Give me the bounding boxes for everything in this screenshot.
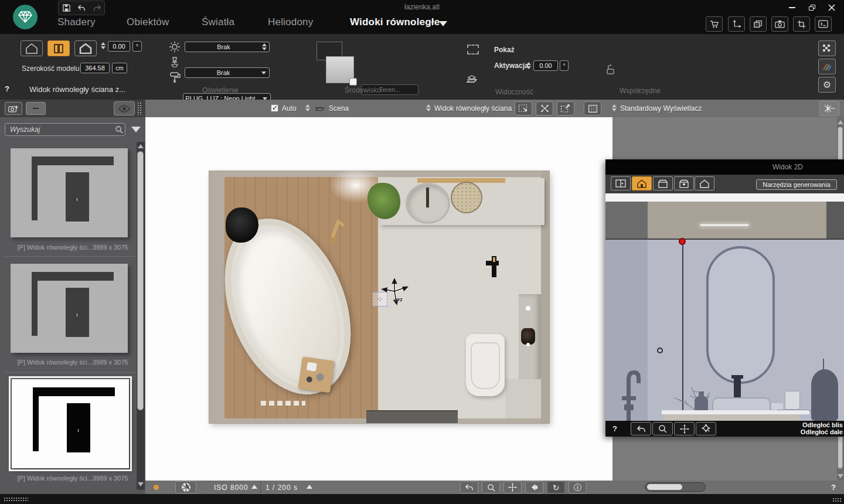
- cabinet-front: [664, 414, 799, 421]
- axes-arrow-icon: [731, 19, 741, 29]
- view-thumbnail-selected[interactable]: [12, 379, 129, 468]
- scroll-up-icon[interactable]: [838, 120, 843, 124]
- model-width-unit[interactable]: cm: [112, 63, 127, 73]
- render-checker-button[interactable]: [818, 40, 836, 56]
- display-stepper[interactable]: [612, 104, 617, 111]
- store-button[interactable]: [706, 16, 723, 32]
- tab-box-view-2[interactable]: [674, 176, 694, 190]
- activation-stepper[interactable]: [526, 62, 531, 69]
- angle-stepper[interactable]: [101, 42, 106, 49]
- redo-icon[interactable]: [93, 4, 101, 12]
- sun-select[interactable]: Brak: [185, 42, 270, 52]
- view-mode-section-button[interactable]: [74, 40, 97, 56]
- scroll-up-icon[interactable]: [138, 144, 144, 148]
- panel-grip[interactable]: [137, 102, 142, 115]
- menu-caret-icon[interactable]: [439, 21, 447, 26]
- pan-button[interactable]: [503, 481, 522, 493]
- sink-faucet: [426, 188, 429, 207]
- activation-angle-field[interactable]: 0.00: [533, 60, 558, 71]
- resize-grip[interactable]: [832, 498, 842, 502]
- terrain-checkbox[interactable]: [349, 78, 357, 86]
- settings-button[interactable]: ⚙: [818, 77, 836, 93]
- remove-view-button[interactable]: [26, 102, 46, 115]
- tab-box-view-1[interactable]: [653, 176, 673, 190]
- quality-slider[interactable]: [645, 482, 706, 492]
- scroll-down-icon[interactable]: [138, 482, 144, 486]
- sidebar-scrollbar[interactable]: [137, 142, 145, 490]
- undo-icon[interactable]: [77, 4, 86, 12]
- elevation-2d-scene[interactable]: [605, 202, 844, 421]
- aperture-button[interactable]: [175, 481, 196, 493]
- sink-faucet-2d: [734, 375, 741, 400]
- scroll-down-icon[interactable]: [838, 474, 843, 478]
- menu-swiatla[interactable]: Światła: [202, 16, 234, 28]
- angle-unit[interactable]: °: [132, 41, 142, 52]
- menu-obiektow[interactable]: Obiektów: [127, 16, 169, 28]
- panel-undo-button[interactable]: [631, 422, 651, 435]
- auto-checkbox[interactable]: [271, 104, 278, 112]
- panel-zoom-extents-button[interactable]: [696, 422, 716, 435]
- view-stepper[interactable]: [426, 104, 431, 111]
- tab-elevation-view-selected[interactable]: [632, 176, 652, 190]
- fit-view-button[interactable]: [515, 101, 532, 115]
- expand-view-button[interactable]: [536, 101, 553, 115]
- menu-widoki-rownolegle[interactable]: Widoki równoległe: [350, 16, 440, 28]
- render-passes-button[interactable]: [818, 59, 836, 74]
- help-button[interactable]: ?: [5, 84, 9, 93]
- lightflare-button[interactable]: [819, 101, 839, 116]
- list-options-caret-icon[interactable]: [131, 127, 141, 132]
- clip-handle-red-dot[interactable]: [679, 238, 686, 245]
- minimize-button[interactable]: [784, 2, 799, 13]
- search-input[interactable]: [5, 123, 125, 136]
- scene-stepper[interactable]: [305, 104, 310, 111]
- divider: [260, 481, 261, 494]
- snapshot-button[interactable]: [771, 16, 788, 32]
- shutter-value[interactable]: 1 / 200 s: [266, 483, 298, 492]
- generation-tools-button[interactable]: Narzędzia generowania: [756, 179, 837, 190]
- move-mode-button[interactable]: [728, 16, 745, 32]
- add-view-button[interactable]: [5, 102, 22, 115]
- angle-field[interactable]: 0.00: [108, 41, 130, 52]
- save-icon[interactable]: [62, 4, 71, 12]
- visibility-eye-button[interactable]: [114, 101, 135, 115]
- menu-shadery[interactable]: Shadery: [57, 16, 96, 28]
- render-canvas[interactable]: ⊹ XYZ: [145, 117, 612, 481]
- texture-view-button[interactable]: [584, 101, 601, 115]
- crop-button[interactable]: [793, 16, 810, 32]
- menu-heliodony[interactable]: Heliodony: [268, 16, 313, 28]
- resize-view-button[interactable]: [557, 101, 574, 115]
- model-width-field[interactable]: 364.58: [80, 63, 110, 73]
- panel-title-bar[interactable]: Widok 2D: [605, 159, 844, 175]
- slider-thumb[interactable]: [647, 484, 682, 490]
- tab-plan-view[interactable]: [611, 176, 631, 190]
- tab-house-outline-view[interactable]: [695, 176, 714, 190]
- iso-increase-icon[interactable]: [251, 485, 257, 489]
- shutter-increase-icon[interactable]: [307, 485, 312, 489]
- bathroom-render[interactable]: ⊹ XYZ: [209, 171, 549, 423]
- restore-button[interactable]: [804, 2, 819, 13]
- app-logo-icon[interactable]: [13, 5, 38, 29]
- view-thumbnail[interactable]: [11, 148, 128, 237]
- coordinates-section-label: Współrzędne: [620, 87, 661, 95]
- iso-value[interactable]: ISO 8000: [214, 483, 249, 492]
- info-button[interactable]: i: [569, 481, 587, 493]
- panel-help-button[interactable]: ?: [612, 424, 617, 433]
- view-thumbnail[interactable]: [11, 264, 128, 353]
- zoom-button[interactable]: [482, 481, 500, 493]
- statusbar-help-button[interactable]: ?: [831, 483, 836, 492]
- close-button[interactable]: [824, 2, 839, 13]
- activation-angle-unit[interactable]: °: [560, 60, 569, 71]
- duplicate-button[interactable]: [750, 16, 767, 32]
- projector-select[interactable]: Brak: [185, 67, 270, 78]
- scrollbar-thumb[interactable]: [137, 151, 144, 410]
- panel-pan-button[interactable]: [674, 422, 695, 435]
- view-mode-elevation-button[interactable]: [21, 40, 43, 56]
- camera-marker-circle[interactable]: [657, 348, 663, 353]
- view-mode-parallel-button[interactable]: [47, 40, 70, 56]
- refresh-button[interactable]: ↻: [547, 481, 565, 493]
- projector-view-button[interactable]: [525, 481, 543, 493]
- console-button[interactable]: [815, 16, 832, 32]
- undo-view-button[interactable]: [460, 481, 478, 493]
- panel-zoom-button[interactable]: [652, 422, 673, 435]
- resize-grip[interactable]: [4, 497, 28, 502]
